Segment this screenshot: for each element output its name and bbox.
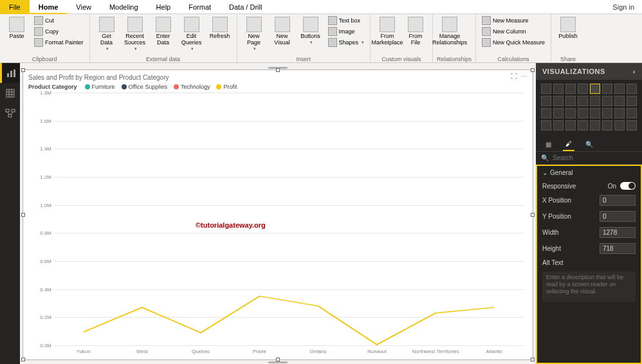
resize-handle[interactable] bbox=[531, 213, 535, 217]
viz-type[interactable] bbox=[565, 120, 576, 131]
viz-type[interactable] bbox=[565, 84, 576, 94]
resize-handle[interactable] bbox=[531, 358, 535, 361]
publish-button[interactable]: Publish bbox=[555, 15, 581, 41]
tab-modeling[interactable]: Modeling bbox=[100, 0, 147, 14]
x-position-input[interactable] bbox=[600, 195, 636, 206]
viz-type[interactable] bbox=[590, 96, 600, 106]
ribbon-label-insert: Insert bbox=[241, 55, 367, 62]
viz-type[interactable] bbox=[627, 84, 637, 94]
viz-type[interactable] bbox=[553, 84, 564, 94]
section-general[interactable]: ⌄General bbox=[537, 166, 641, 179]
format-painter-button[interactable]: Format Painter bbox=[32, 37, 86, 48]
viz-type[interactable] bbox=[602, 84, 612, 94]
cut-icon bbox=[34, 16, 43, 25]
nav-data-view[interactable] bbox=[0, 83, 20, 103]
report-canvas[interactable]: ⛶ ⋯ Sales and Profit by Region and Produ… bbox=[20, 63, 536, 364]
buttons-button[interactable]: Buttons bbox=[298, 15, 324, 46]
paste-button[interactable]: Paste bbox=[4, 15, 30, 41]
viz-type[interactable] bbox=[627, 108, 637, 118]
viz-type[interactable] bbox=[541, 96, 551, 106]
viz-type-selected[interactable] bbox=[590, 84, 600, 94]
get-data-button[interactable]: Get Data bbox=[94, 15, 120, 52]
viz-type[interactable] bbox=[541, 108, 551, 118]
chart-visual[interactable]: ⛶ ⋯ Sales and Profit by Region and Produ… bbox=[23, 69, 533, 360]
viz-type[interactable] bbox=[614, 108, 625, 118]
viz-type[interactable] bbox=[541, 84, 551, 94]
resize-handle[interactable] bbox=[21, 358, 25, 361]
new-visual-button[interactable]: New Visual bbox=[270, 15, 295, 48]
analytics-tab[interactable]: 🔍 bbox=[583, 137, 595, 151]
nav-report-view[interactable] bbox=[0, 63, 20, 83]
viz-type[interactable] bbox=[553, 96, 564, 106]
fields-tab[interactable]: ▦ bbox=[542, 137, 554, 151]
tab-home[interactable]: Home bbox=[30, 0, 68, 14]
tab-file[interactable]: File bbox=[0, 0, 30, 14]
manage-rel-button[interactable]: Manage Relationships bbox=[437, 15, 463, 48]
viz-type[interactable] bbox=[590, 120, 600, 131]
format-tab[interactable]: 🖌 bbox=[563, 137, 574, 151]
width-input[interactable] bbox=[600, 227, 636, 238]
alt-text-input[interactable]: Enter a description that will be read by… bbox=[542, 271, 636, 302]
focus-mode-icon[interactable]: ⛶ bbox=[511, 73, 517, 80]
resize-handle[interactable] bbox=[276, 358, 280, 361]
cut-button[interactable]: Cut bbox=[32, 15, 86, 26]
new-measure-button[interactable]: New Measure bbox=[480, 15, 547, 26]
viz-type[interactable] bbox=[578, 84, 588, 94]
copy-button[interactable]: Copy bbox=[32, 26, 86, 37]
text-box-button[interactable]: Text box bbox=[326, 15, 367, 26]
new-page-button[interactable]: New Page bbox=[241, 15, 267, 52]
tab-help[interactable]: Help bbox=[147, 0, 180, 14]
recent-icon bbox=[127, 17, 143, 32]
recent-sources-button[interactable]: Recent Sources bbox=[122, 15, 148, 52]
resize-handle[interactable] bbox=[531, 68, 535, 72]
nav-model-view[interactable] bbox=[0, 103, 20, 123]
sign-in-link[interactable]: Sign in bbox=[612, 3, 642, 11]
image-button[interactable]: Image bbox=[326, 26, 367, 37]
from-file-button[interactable]: From File bbox=[403, 15, 428, 48]
viz-type[interactable] bbox=[614, 120, 625, 131]
viz-type[interactable] bbox=[614, 96, 625, 106]
prop-x-position: X Position bbox=[537, 192, 641, 208]
viz-type[interactable] bbox=[614, 84, 625, 94]
edit-queries-button[interactable]: Edit Queries bbox=[179, 15, 205, 52]
viz-type[interactable] bbox=[627, 120, 637, 131]
shapes-button[interactable]: Shapes bbox=[326, 37, 367, 48]
ribbon-group-share: Publish Share bbox=[551, 14, 585, 62]
main-area: ⛶ ⋯ Sales and Profit by Region and Produ… bbox=[0, 63, 642, 364]
more-options-icon[interactable]: ⋯ bbox=[521, 73, 527, 80]
enter-data-button[interactable]: Enter Data bbox=[151, 15, 176, 48]
new-visual-icon bbox=[275, 17, 290, 32]
from-marketplace-button[interactable]: From Marketplace bbox=[374, 15, 400, 48]
viz-type[interactable] bbox=[578, 108, 588, 118]
viz-type[interactable] bbox=[553, 120, 564, 131]
visualizations-header[interactable]: VISUALIZATIONS › bbox=[536, 63, 642, 80]
viz-type[interactable] bbox=[578, 96, 588, 106]
viz-type[interactable] bbox=[565, 108, 576, 118]
format-search-input[interactable] bbox=[553, 154, 637, 161]
tab-data-drill[interactable]: Data / Drill bbox=[220, 0, 271, 14]
ribbon-label-clipboard: Clipboard bbox=[4, 55, 86, 62]
quick-measure-button[interactable]: New Quick Measure bbox=[480, 37, 547, 48]
resize-handle[interactable] bbox=[21, 213, 25, 217]
resize-handle[interactable] bbox=[276, 68, 280, 72]
resize-handle[interactable] bbox=[21, 68, 25, 72]
y-position-input[interactable] bbox=[600, 211, 636, 222]
watermark: ©tutorialgateway.org bbox=[196, 221, 266, 229]
refresh-button[interactable]: Refresh bbox=[207, 15, 233, 41]
viz-type[interactable] bbox=[590, 108, 600, 118]
viz-type[interactable] bbox=[602, 120, 612, 131]
viz-type[interactable] bbox=[553, 108, 564, 118]
viz-type[interactable] bbox=[627, 96, 637, 106]
new-column-button[interactable]: New Column bbox=[480, 26, 547, 37]
viz-type[interactable] bbox=[602, 96, 612, 106]
viz-type[interactable] bbox=[541, 120, 551, 131]
tab-format[interactable]: Format bbox=[179, 0, 220, 14]
height-input[interactable] bbox=[600, 243, 636, 254]
prop-width: Width bbox=[537, 224, 641, 241]
viz-type[interactable] bbox=[602, 108, 612, 118]
responsive-toggle[interactable] bbox=[620, 182, 636, 190]
ribbon-label-external: External data bbox=[94, 55, 233, 62]
viz-type[interactable] bbox=[565, 96, 576, 106]
viz-type[interactable] bbox=[578, 120, 588, 131]
tab-view[interactable]: View bbox=[67, 0, 100, 14]
